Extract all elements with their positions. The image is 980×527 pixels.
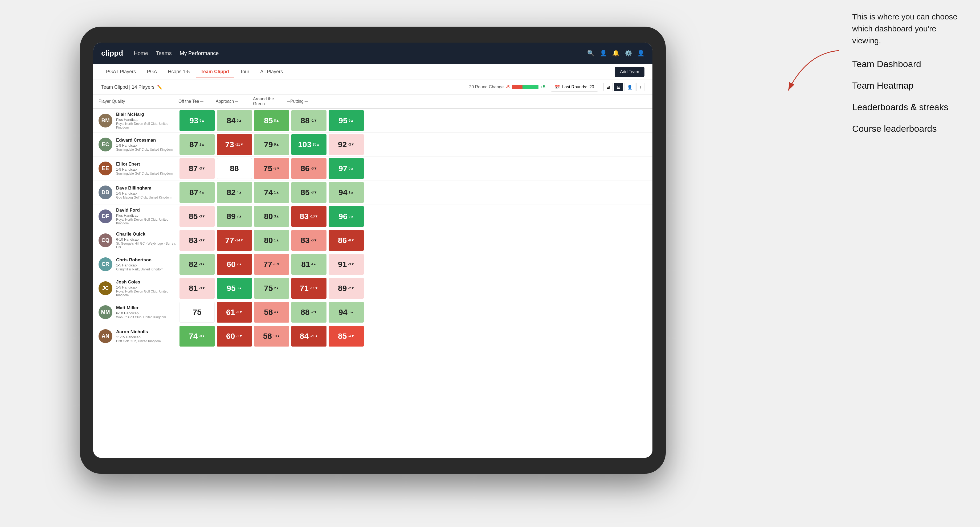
score-cell[interactable]: 94 1▲ [329, 182, 364, 203]
subnav-tab-team-clippd[interactable]: Team Clippd [196, 67, 234, 78]
subnav-tab-all-players[interactable]: All Players [255, 67, 288, 78]
score-cell[interactable]: 80 1▲ [254, 230, 289, 251]
person-view-button[interactable]: 👤 [624, 83, 635, 91]
score-cell[interactable]: 92 -3▼ [329, 134, 364, 155]
add-team-button[interactable]: Add Team [615, 67, 644, 77]
score-cell[interactable]: 89 -2▼ [329, 278, 364, 298]
player-info[interactable]: DFDavid FordPlus HandicapRoyal North Dev… [99, 205, 178, 228]
score-value: 77 [263, 260, 272, 269]
profile-icon[interactable]: 👤 [600, 50, 607, 57]
sort-arrow[interactable]: — [235, 100, 238, 103]
nav-teams[interactable]: Teams [156, 50, 172, 56]
player-info[interactable]: CRChris Robertson1-5 HandicapCraigmillar… [99, 255, 178, 274]
score-change: 1▲ [348, 190, 354, 194]
score-cell[interactable]: 88 -2▼ [291, 302, 326, 322]
score-cell[interactable]: 88 -1▼ [291, 110, 326, 131]
score-cell[interactable]: 85 -4▼ [329, 326, 364, 346]
score-cell[interactable]: 95 8▲ [217, 278, 252, 298]
score-cell[interactable]: 82 -3▲ [180, 254, 215, 275]
player-handicap: 11-15 Handicap [116, 335, 178, 339]
score-cell[interactable]: 85 -3▼ [291, 182, 326, 203]
subnav-tab-pga[interactable]: PGA [142, 67, 162, 78]
score-cell[interactable]: 83 -3▼ [180, 230, 215, 251]
sort-arrow[interactable]: — [287, 100, 290, 103]
score-cell[interactable]: 87 4▲ [180, 182, 215, 203]
player-info[interactable]: CQCharlie Quick6-10 HandicapSt. George's… [99, 229, 178, 252]
score-cell[interactable]: 94 3▲ [329, 302, 364, 322]
score-cell[interactable]: 79 9▲ [254, 134, 289, 155]
sort-arrow[interactable]: — [200, 100, 204, 103]
score-value: 71 [300, 284, 309, 293]
score-cell[interactable]: 103 15▲ [291, 134, 326, 155]
score-cell[interactable]: 77 -14▼ [217, 230, 252, 251]
score-cell[interactable]: 84 6▲ [217, 110, 252, 131]
score-cell[interactable]: 61 -3▼ [217, 302, 252, 322]
score-cell[interactable]: 87 -3▼ [180, 158, 215, 179]
score-change: 1▲ [274, 190, 279, 194]
score-cell[interactable]: 60 2▲ [217, 254, 252, 275]
score-cell[interactable]: 88 [217, 158, 252, 179]
score-cell[interactable]: 91 -3▼ [329, 254, 364, 275]
score-cell[interactable]: 96 3▲ [329, 206, 364, 227]
score-cell[interactable]: 81 4▲ [291, 254, 326, 275]
score-cell[interactable]: 74 1▲ [254, 182, 289, 203]
player-club: Woburn Golf Club, United Kingdom [116, 316, 178, 319]
search-icon[interactable]: 🔍 [587, 50, 594, 57]
score-cell[interactable]: 58 10▲ [254, 326, 289, 346]
download-button[interactable]: ↓ [636, 83, 644, 91]
grid-view-button[interactable]: ⊞ [603, 83, 613, 91]
score-cell[interactable]: 75 2▲ [254, 278, 289, 298]
score-cell[interactable]: 81 -3▼ [180, 278, 215, 298]
nav-home[interactable]: Home [134, 50, 148, 56]
score-cell[interactable]: 58 4▲ [254, 302, 289, 322]
player-info[interactable]: BMBlair McHargPlus HandicapRoyal North D… [99, 109, 178, 132]
table-view-button[interactable]: ⊟ [614, 83, 623, 91]
table-row: CRChris Robertson1-5 HandicapCraigmillar… [93, 252, 652, 276]
score-cell[interactable]: 86 -6▼ [291, 158, 326, 179]
player-info[interactable]: EEElliot Ebert1-5 HandicapSunningdale Go… [99, 159, 178, 178]
edit-icon[interactable]: ✏️ [157, 85, 162, 90]
player-info[interactable]: ANAaron Nicholls11-15 HandicapDrift Golf… [99, 327, 178, 346]
player-info[interactable]: MMMatt Miller6-10 HandicapWoburn Golf Cl… [99, 303, 178, 322]
sort-arrow[interactable]: ↕ [126, 100, 128, 103]
score-cell[interactable]: 77 -3▼ [254, 254, 289, 275]
settings-icon[interactable]: ⚙️ [625, 50, 632, 57]
score-cell[interactable]: 89 7▲ [217, 206, 252, 227]
score-cell[interactable]: 85 -3▼ [180, 206, 215, 227]
score-cell[interactable]: 97 5▲ [329, 158, 364, 179]
score-cell[interactable]: 73 -11▼ [217, 134, 252, 155]
score-cell[interactable]: 87 1▲ [180, 134, 215, 155]
player-info[interactable]: JCJosh Coles1-5 HandicapRoyal North Devo… [99, 277, 178, 300]
score-cell[interactable]: 95 9▲ [329, 110, 364, 131]
score-cell[interactable]: 71 -11▼ [291, 278, 326, 298]
sort-arrow[interactable]: — [305, 100, 308, 103]
score-cell[interactable]: 60 -1▼ [217, 326, 252, 346]
score-cell[interactable]: 93 9▲ [180, 110, 215, 131]
score-cell[interactable]: 84 -21▲ [291, 326, 326, 346]
score-cell[interactable]: 86 -8▼ [329, 230, 364, 251]
score-value: 84 [227, 116, 235, 125]
player-name: Elliot Ebert [116, 162, 178, 167]
score-cell[interactable]: 75 -3▼ [254, 158, 289, 179]
score-cell[interactable]: 75 [180, 302, 215, 322]
score-cell[interactable]: 83 -10▼ [291, 206, 326, 227]
score-cell[interactable]: 74 -8▲ [180, 326, 215, 346]
last-rounds-button[interactable]: 📅 Last Rounds: 20 [551, 83, 598, 92]
subnav-tab-hcaps-1-5[interactable]: Hcaps 1-5 [163, 67, 194, 78]
subnav-tab-pgat-players[interactable]: PGAT Players [101, 67, 141, 78]
score-cell[interactable]: 85 8▲ [254, 110, 289, 131]
user-avatar-icon[interactable]: 👤 [637, 50, 644, 57]
score-cell[interactable]: 82 4▲ [217, 182, 252, 203]
subnav-tab-tour[interactable]: Tour [235, 67, 254, 78]
score-cell[interactable]: 83 -6▼ [291, 230, 326, 251]
score-change: 7▲ [237, 214, 242, 218]
player-handicap: 1-5 Handicap [116, 191, 178, 195]
player-info[interactable]: ECEdward Crossman1-5 HandicapSunningdale… [99, 135, 178, 154]
player-info[interactable]: DBDave Billingham1-5 HandicapGog Magog G… [99, 183, 178, 202]
player-club: St. George's Hill GC - Weybridge - Surre… [116, 242, 178, 249]
score-change: -3▼ [199, 286, 205, 290]
app-logo[interactable]: clippd [101, 49, 123, 57]
bell-icon[interactable]: 🔔 [612, 50, 619, 57]
score-cell[interactable]: 80 3▲ [254, 206, 289, 227]
nav-my-performance[interactable]: My Performance [180, 50, 219, 56]
